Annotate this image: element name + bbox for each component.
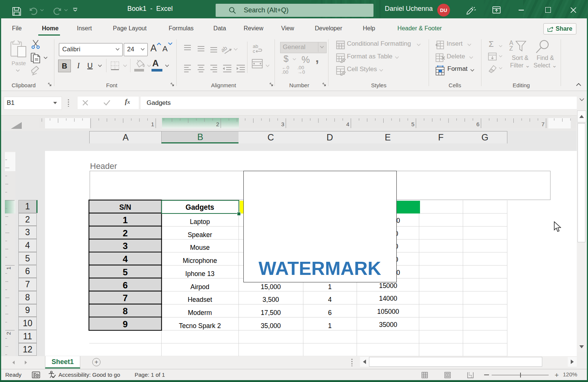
svg-text:c: c: [253, 48, 255, 54]
svg-text:7: 7: [542, 121, 544, 127]
svg-text:4: 4: [346, 121, 349, 127]
svg-text:1: 1: [151, 121, 154, 127]
svg-text:5: 5: [411, 121, 414, 127]
svg-text:2: 2: [216, 121, 219, 127]
svg-text:3: 3: [281, 121, 284, 127]
svg-text:6: 6: [476, 121, 479, 127]
